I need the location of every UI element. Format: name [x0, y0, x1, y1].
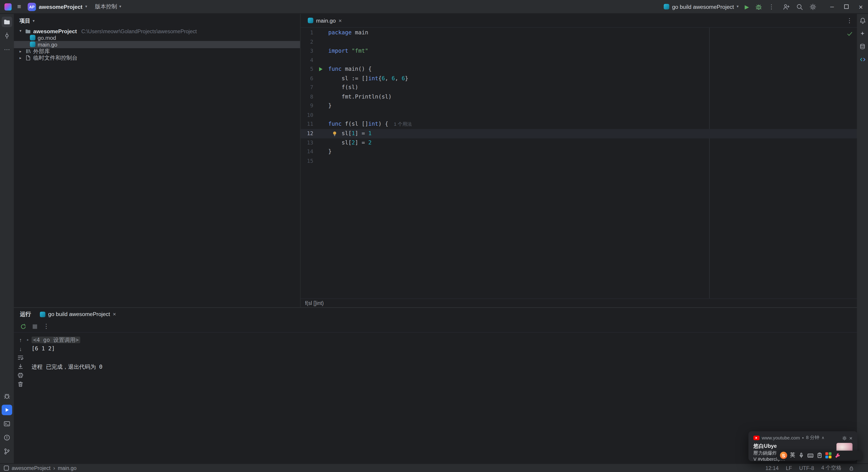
ime-mode-label[interactable]: 英 [790, 452, 795, 459]
code-line[interactable]: 4 [301, 56, 857, 65]
project-panel-title: 项目 [20, 17, 31, 25]
status-crumb-project[interactable]: awesomeProject [11, 465, 51, 471]
project-tool-button[interactable] [2, 17, 12, 27]
code-text[interactable]: sl[2] = 2 [328, 138, 372, 147]
code-line[interactable]: 11func f(sl []int) {1 个用法 [301, 120, 857, 129]
database-icon[interactable] [859, 43, 866, 50]
tree-item-label: go.mod [38, 35, 56, 41]
caret-position[interactable]: 12:14 [765, 465, 778, 471]
code-editor[interactable]: 1package main23import "fmt"45func main()… [301, 28, 857, 298]
run-line-icon[interactable] [318, 67, 323, 72]
close-icon[interactable]: × [339, 18, 342, 24]
file-encoding[interactable]: UTF-8 [799, 465, 814, 471]
fold-arrow-icon[interactable]: ▸ [27, 336, 29, 345]
run-toolbar: ⋮ [14, 320, 857, 333]
ai-assistant-icon[interactable] [859, 31, 866, 37]
code-text[interactable]: sl := []int{6, 6, 6} [328, 74, 408, 84]
code-line[interactable]: 15 [301, 156, 857, 166]
tree-row-maingo[interactable]: main.go [14, 41, 300, 48]
code-text[interactable]: package main [328, 28, 368, 37]
commit-tool-button[interactable] [2, 31, 12, 41]
folded-region[interactable]: <4 go 设置调用> [32, 336, 81, 343]
project-widget[interactable]: AP awesomeProject ▾ [28, 2, 87, 11]
code-text[interactable]: import "fmt" [328, 46, 368, 56]
stop-icon[interactable] [33, 324, 37, 329]
code-text[interactable]: fmt.Println(sl) [328, 92, 392, 102]
tree-row-scratches[interactable]: ▸ 临时文件和控制台 [14, 55, 300, 62]
code-text[interactable]: } [328, 147, 332, 157]
version-control-tool-button[interactable] [2, 446, 12, 457]
code-line[interactable]: 6 sl := []int{6, 6, 6} [301, 74, 857, 84]
settings-button[interactable] [809, 3, 816, 10]
chevron-up-icon[interactable]: ∧ [822, 436, 825, 440]
status-crumb-file[interactable]: main.go [58, 465, 76, 471]
intention-bulb-icon[interactable] [332, 130, 338, 136]
code-line[interactable]: 3import "fmt" [301, 46, 857, 56]
editor-tab-maingo[interactable]: main.go × [303, 14, 347, 27]
run-button[interactable]: ▶ [745, 4, 749, 10]
chevron-right-icon[interactable]: ▸ [18, 49, 23, 54]
apps-grid-icon[interactable] [825, 452, 831, 459]
debug-button[interactable] [755, 3, 762, 10]
tree-row-gomod[interactable]: go.mod [14, 34, 300, 41]
code-line[interactable]: 13 sl[2] = 2 [301, 138, 857, 147]
tree-row-external-libraries[interactable]: ▸ 外部库 [14, 48, 300, 55]
project-panel-header[interactable]: 项目 ▾ [14, 14, 300, 28]
chevron-down-icon[interactable]: ▾ [18, 29, 23, 33]
window-minimize-button[interactable]: – [825, 0, 839, 13]
close-icon[interactable]: × [113, 311, 116, 317]
read-lock-icon[interactable] [848, 465, 854, 471]
gutter-slot [315, 120, 328, 129]
editor-breadcrumbs[interactable]: f(sl []int) [301, 298, 857, 307]
search-everywhere-button[interactable] [796, 3, 803, 10]
terminal-tool-button[interactable] [2, 418, 12, 429]
breadcrumb[interactable]: f(sl []int) [305, 300, 324, 306]
code-line[interactable]: 5func main() { [301, 65, 857, 74]
clipboard-icon[interactable] [816, 452, 822, 459]
notifications-bell-icon[interactable] [859, 17, 866, 24]
ime-toolbar[interactable]: S 英 [777, 450, 862, 460]
code-text[interactable]: func main() { [328, 65, 372, 74]
code-text[interactable]: func f(sl []int) {1 个用法 [328, 120, 412, 129]
console-output[interactable]: ▸<4 go 设置调用>[6 1 2] 进程 已完成，退出代码为 0 [14, 336, 857, 464]
gutter-slot [315, 28, 328, 37]
debug-tool-button[interactable] [2, 391, 12, 402]
window-maximize-button[interactable] [839, 0, 854, 13]
toast-close-icon[interactable]: × [849, 435, 852, 441]
code-lines: 1package main23import "fmt"45func main()… [301, 28, 857, 166]
endpoints-icon[interactable] [859, 56, 866, 63]
code-line[interactable]: 7 f(sl) [301, 83, 857, 92]
code-with-me-button[interactable] [783, 3, 790, 10]
code-line[interactable]: 2 [301, 37, 857, 46]
code-text[interactable]: f(sl) [328, 83, 358, 92]
mic-icon[interactable] [798, 452, 804, 459]
toast-settings-icon[interactable] [842, 435, 847, 440]
code-text[interactable]: sl[1] = 1 [328, 129, 372, 138]
more-actions-button[interactable]: ⋮ [768, 3, 774, 10]
chevron-right-icon[interactable]: ▸ [18, 56, 23, 60]
keyboard-icon[interactable] [807, 452, 813, 459]
code-line[interactable]: 12 sl[1] = 1 [301, 129, 857, 138]
vcs-widget[interactable]: 版本控制 ▾ [95, 3, 121, 10]
code-line[interactable]: 9} [301, 101, 857, 111]
window-close-button[interactable]: × [854, 0, 868, 13]
run-more-options-icon[interactable]: ⋮ [43, 323, 49, 330]
problems-tool-button[interactable] [2, 433, 12, 443]
run-config-selector[interactable]: go build awesomeProject ▾ [664, 4, 739, 10]
indent-setting[interactable]: 4 个空格 [821, 465, 841, 472]
code-line[interactable]: 14} [301, 147, 857, 157]
main-menu-icon[interactable]: ≡ [17, 3, 21, 10]
sogou-logo-icon[interactable]: S [780, 452, 787, 459]
toolbox-icon[interactable] [834, 452, 840, 459]
code-line[interactable]: 8 fmt.Println(sl) [301, 92, 857, 102]
run-tab[interactable]: go build awesomeProject × [40, 311, 116, 317]
code-line[interactable]: 1package main [301, 28, 857, 37]
code-text[interactable]: } [328, 101, 332, 111]
code-line[interactable]: 10 [301, 111, 857, 120]
run-tool-button[interactable] [2, 405, 12, 415]
line-separator[interactable]: LF [786, 465, 792, 471]
tab-options-icon[interactable]: ⋮ [846, 17, 852, 24]
more-tool-windows-button[interactable]: ⋯ [2, 44, 12, 55]
tree-row-root[interactable]: ▾ awesomeProject C:\Users\meowr\GolandPr… [14, 28, 300, 34]
rerun-icon[interactable] [20, 323, 26, 329]
